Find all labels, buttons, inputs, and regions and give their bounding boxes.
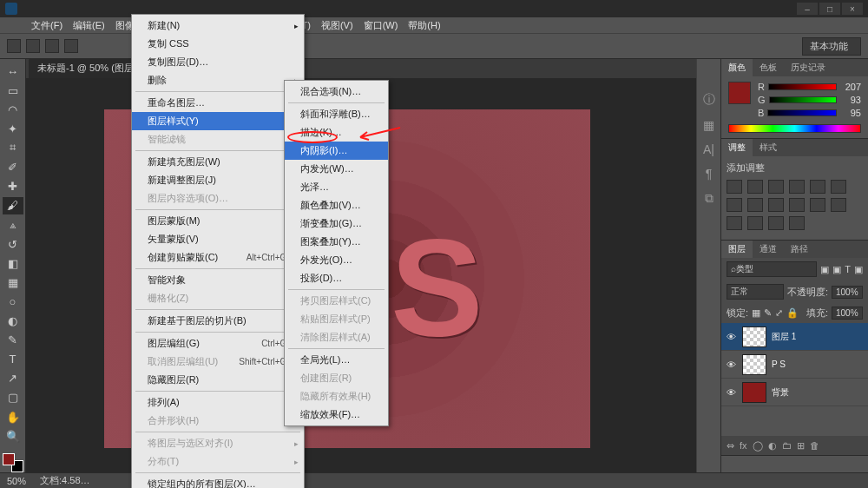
opacity-value[interactable]: 100% xyxy=(832,286,863,299)
menu-item[interactable]: 排列(A) xyxy=(132,393,304,412)
menu-item[interactable]: 矢量蒙版(V) xyxy=(132,230,304,248)
menu-item[interactable]: 光泽… xyxy=(285,178,388,196)
zoom-level[interactable]: 50% xyxy=(7,476,26,486)
close-button[interactable]: × xyxy=(842,3,863,15)
adj-icon[interactable] xyxy=(810,198,825,212)
history-brush-tool[interactable]: ↺ xyxy=(3,235,23,253)
new-adj-icon[interactable]: ◐ xyxy=(768,440,777,452)
layer-thumb[interactable] xyxy=(742,354,766,375)
lock-icon[interactable]: 🔒 xyxy=(786,307,799,319)
visibility-toggle[interactable]: 👁 xyxy=(725,359,737,370)
lock-all-icon[interactable]: ⤢ xyxy=(775,307,783,319)
adj-icon[interactable] xyxy=(789,180,805,194)
menu-item[interactable]: 混合选项(N)… xyxy=(285,82,388,101)
filter-icon[interactable]: ▣ xyxy=(832,264,841,275)
adj-icon[interactable] xyxy=(831,180,846,194)
layer-name[interactable]: P S xyxy=(772,359,786,369)
eraser-tool[interactable]: ◧ xyxy=(3,254,23,272)
menu-item[interactable]: 新建调整图层(J) xyxy=(132,171,304,189)
menu-file[interactable]: 文件(F) xyxy=(26,17,68,34)
rail-swatches-icon[interactable]: ▦ xyxy=(703,118,714,132)
type-tool[interactable]: T xyxy=(3,351,23,368)
lock-position-icon[interactable]: ✎ xyxy=(764,307,772,319)
dodge-tool[interactable]: ◐ xyxy=(3,312,23,329)
g-slider[interactable] xyxy=(769,96,837,103)
adj-icon[interactable] xyxy=(831,198,846,212)
layer-name[interactable]: 图层 1 xyxy=(772,331,796,343)
menu-item[interactable]: 斜面和浮雕(B)… xyxy=(285,105,388,123)
gradient-tool[interactable]: ▦ xyxy=(3,274,23,291)
rail-lib-icon[interactable]: ⧉ xyxy=(705,191,713,206)
adj-icon[interactable] xyxy=(727,216,742,230)
hue-ramp[interactable] xyxy=(728,124,861,133)
layer-row[interactable]: 👁 P S xyxy=(721,351,868,379)
stamp-tool[interactable]: ⟁ xyxy=(3,216,23,234)
menu-window[interactable]: 窗口(W) xyxy=(358,17,404,34)
layer-thumb[interactable] xyxy=(742,382,766,403)
brush-preset-dd[interactable] xyxy=(64,39,78,53)
opt-swatch-1[interactable] xyxy=(26,39,40,53)
menu-item[interactable]: 重命名图层… xyxy=(132,94,304,112)
menu-item[interactable]: 创建剪贴蒙版(C)Alt+Ctrl+G xyxy=(132,248,304,267)
lasso-tool[interactable]: ◠ xyxy=(3,101,23,118)
move-tool[interactable]: ↔ xyxy=(3,63,23,80)
menu-item[interactable]: 锁定组内的所有图层(X)… xyxy=(132,475,304,488)
tab-channels[interactable]: 通道 xyxy=(753,241,784,258)
tab-styles[interactable]: 样式 xyxy=(753,139,784,156)
delete-layer-icon[interactable]: 🗑 xyxy=(810,440,819,451)
crop-tool[interactable]: ⌗ xyxy=(3,139,23,156)
menu-item[interactable]: 图层编组(G)Ctrl+G xyxy=(132,334,304,353)
foreground-color[interactable] xyxy=(3,453,15,465)
menu-item[interactable]: 外发光(O)… xyxy=(285,251,388,269)
filter-icon[interactable]: T xyxy=(845,264,851,274)
menu-item[interactable]: 颜色叠加(V)… xyxy=(285,196,388,214)
adj-icon[interactable] xyxy=(789,216,805,230)
menu-item[interactable]: 渐变叠加(G)… xyxy=(285,214,388,233)
menu-item[interactable]: 新建填充图层(W) xyxy=(132,153,304,171)
minimize-button[interactable]: – xyxy=(797,3,818,15)
healing-tool[interactable]: ✚ xyxy=(3,178,23,195)
maximize-button[interactable]: □ xyxy=(819,3,840,15)
menu-view[interactable]: 视图(V) xyxy=(316,17,358,34)
color-swatches[interactable] xyxy=(3,453,23,472)
tab-color[interactable]: 颜色 xyxy=(721,59,753,76)
adj-icon[interactable] xyxy=(747,180,763,194)
add-mask-icon[interactable]: ◯ xyxy=(753,440,763,452)
menu-item[interactable]: 图案叠加(Y)… xyxy=(285,233,388,251)
layer-row[interactable]: 👁 图层 1 xyxy=(721,323,868,351)
opt-swatch-2[interactable] xyxy=(45,39,59,53)
menu-edit[interactable]: 编辑(E) xyxy=(68,17,110,34)
adj-icon[interactable] xyxy=(768,180,784,194)
tab-layers[interactable]: 图层 xyxy=(721,241,753,258)
menu-item[interactable]: 图层蒙版(M) xyxy=(132,212,304,230)
menu-item[interactable]: 删除 xyxy=(132,71,304,89)
r-slider[interactable] xyxy=(768,83,837,90)
menu-item[interactable]: 新建(N) xyxy=(132,16,304,35)
adj-icon[interactable] xyxy=(747,198,763,212)
menu-item[interactable]: 内发光(W)… xyxy=(285,160,388,178)
tool-preset-dd[interactable] xyxy=(7,39,21,53)
path-tool[interactable]: ↗ xyxy=(3,370,23,387)
menu-item[interactable]: 智能对象 xyxy=(132,271,304,289)
visibility-toggle[interactable]: 👁 xyxy=(725,387,737,398)
doc-info[interactable]: 文档:4.58… xyxy=(40,474,89,487)
menu-item[interactable]: 全局光(L)… xyxy=(285,351,388,369)
brush-tool[interactable]: 🖌 xyxy=(3,197,23,214)
adj-icon[interactable] xyxy=(789,198,805,212)
rail-para-icon[interactable]: ¶ xyxy=(706,167,713,181)
color-preview[interactable] xyxy=(728,82,751,104)
filter-icon[interactable]: ▣ xyxy=(820,264,829,275)
b-slider[interactable] xyxy=(767,109,837,116)
menu-item[interactable]: 图层样式(Y) xyxy=(132,112,304,130)
tab-swatches[interactable]: 色板 xyxy=(753,59,784,76)
adj-icon[interactable] xyxy=(727,180,742,194)
menu-help[interactable]: 帮助(H) xyxy=(403,17,445,34)
blur-tool[interactable]: ○ xyxy=(3,293,23,310)
menu-item[interactable]: 复制图层(D)… xyxy=(132,53,304,71)
marquee-tool[interactable]: ▭ xyxy=(3,82,23,99)
adj-icon[interactable] xyxy=(810,180,825,194)
rail-char-icon[interactable]: A| xyxy=(703,142,714,156)
menu-item[interactable]: 内阴影(I)… xyxy=(285,142,388,160)
tab-adjustments[interactable]: 调整 xyxy=(721,139,753,156)
blend-mode-dd[interactable]: 正常 xyxy=(727,284,784,300)
